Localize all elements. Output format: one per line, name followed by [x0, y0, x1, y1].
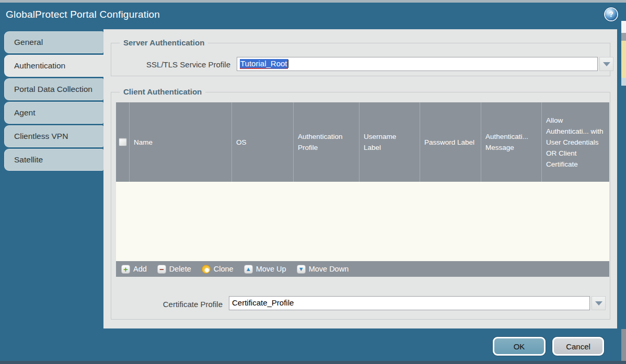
window-bottom-edge	[0, 361, 626, 364]
column-header-os[interactable]: OS	[232, 102, 294, 182]
server-authentication-group: Server Authentication SSL/TLS Service Pr…	[111, 43, 610, 76]
client-authentication-table: Name OS Authentication Profile Username …	[116, 102, 609, 277]
dialog-title: GlobalProtect Portal Configuration	[6, 9, 160, 20]
arrow-up-icon: ▲	[244, 265, 253, 274]
certificate-profile-input[interactable]: Certificate_Profile	[229, 296, 590, 310]
plus-icon: +	[121, 265, 130, 274]
sidebar-item-authentication[interactable]: Authentication	[4, 55, 105, 77]
move-up-button[interactable]: ▲Move Up	[244, 265, 286, 274]
certificate-profile-value: Certificate_Profile	[232, 298, 294, 307]
background-page-sliver	[621, 78, 626, 86]
add-button[interactable]: +Add	[121, 265, 147, 274]
column-header-allow-auth[interactable]: Allow Authenticati... with User Credenti…	[542, 102, 609, 182]
background-page-sliver	[621, 33, 626, 41]
server-authentication-legend: Server Authentication	[120, 38, 208, 47]
sidebar-item-general[interactable]: General	[4, 31, 103, 53]
help-icon[interactable]: ?	[605, 8, 617, 20]
sidebar-item-portal-data-collection[interactable]: Portal Data Collection	[4, 78, 103, 100]
tab-label: Portal Data Collection	[14, 85, 92, 93]
tab-label: General	[14, 38, 43, 46]
column-header-auth-message[interactable]: Authenticati... Message	[481, 102, 542, 182]
move-up-button-label: Move Up	[256, 265, 286, 273]
add-button-label: Add	[133, 265, 147, 273]
select-all-header-cell	[116, 102, 130, 182]
move-down-button[interactable]: ▼Move Down	[297, 265, 349, 274]
background-page-sliver	[621, 41, 626, 78]
sidebar-item-clientless-vpn[interactable]: Clientless VPN	[4, 125, 103, 147]
move-down-button-label: Move Down	[309, 265, 349, 273]
column-header-username-label[interactable]: Username Label	[360, 102, 420, 182]
sidebar-item-satellite[interactable]: Satellite	[4, 149, 103, 171]
ssl-tls-dropdown-button[interactable]	[599, 57, 613, 71]
delete-button[interactable]: −Delete	[157, 265, 191, 274]
ok-button[interactable]: OK	[493, 337, 546, 356]
background-scrollbar-sliver[interactable]	[621, 329, 626, 361]
chevron-down-icon	[603, 62, 610, 66]
window-top-edge	[0, 0, 626, 3]
tab-label: Agent	[14, 108, 36, 117]
certificate-profile-label: Certificate Profile	[103, 299, 223, 310]
table-body-empty	[116, 182, 609, 261]
column-header-password-label[interactable]: Password Label	[420, 102, 481, 182]
minus-icon: −	[157, 265, 166, 274]
ssl-tls-service-profile-label: SSL/TLS Service Profile	[111, 60, 230, 70]
text-caret	[288, 60, 288, 68]
clone-button-label: Clone	[214, 265, 234, 273]
selected-text: Tutorial_Root	[240, 59, 288, 69]
column-header-auth-profile[interactable]: Authentication Profile	[294, 102, 360, 182]
chevron-down-icon	[595, 301, 602, 306]
certificate-profile-dropdown-button[interactable]	[592, 296, 606, 310]
authentication-tab-panel: Server Authentication SSL/TLS Service Pr…	[103, 29, 617, 328]
tab-label: Satellite	[14, 155, 43, 164]
tab-label: Clientless VPN	[14, 132, 68, 140]
client-authentication-legend: Client Authentication	[120, 87, 205, 96]
ssl-tls-service-profile-input[interactable]: Tutorial_Root	[237, 57, 598, 71]
column-header-name[interactable]: Name	[130, 102, 232, 182]
select-all-checkbox[interactable]	[119, 138, 127, 146]
table-toolbar: +Add −Delete Clone ▲Move Up ▼Move Down	[116, 261, 609, 277]
arrow-down-icon: ▼	[297, 265, 306, 274]
clone-button[interactable]: Clone	[202, 265, 234, 274]
clone-icon	[202, 265, 211, 274]
table-header-row: Name OS Authentication Profile Username …	[116, 102, 609, 182]
sidebar-item-agent[interactable]: Agent	[4, 102, 103, 124]
tab-label: Authentication	[14, 61, 65, 70]
background-page-sliver	[621, 21, 626, 33]
delete-button-label: Delete	[169, 265, 191, 273]
cancel-button[interactable]: Cancel	[552, 337, 604, 356]
